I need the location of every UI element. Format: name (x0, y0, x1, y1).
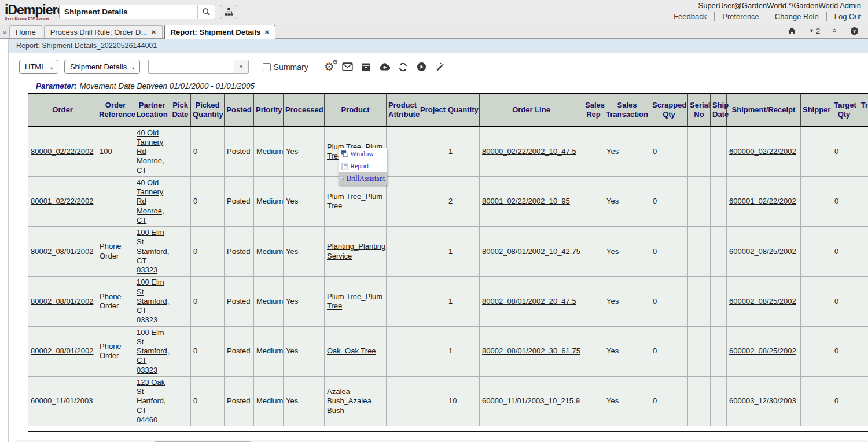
context-menu-item-report[interactable]: Report (339, 160, 387, 172)
cell-sales-transaction: Yes (604, 126, 650, 176)
cell-processed: Yes (284, 126, 325, 176)
partner-location-link[interactable]: 100 Elm St Stamford, CT 03323 (137, 228, 169, 274)
user-links: Feedback Preference Change Role Log Out (666, 12, 861, 21)
close-icon[interactable]: ✕ (264, 29, 269, 35)
cell-tracking (856, 126, 868, 176)
export-format-select[interactable]: HTML ⌄ (19, 60, 58, 74)
menu-tree-button[interactable] (220, 5, 237, 19)
partner-location-link[interactable]: 40 Old Tannery Rd Monroe, CT (137, 128, 164, 175)
cell-picked-quantity: 0 (191, 126, 225, 176)
magic-wand-icon (435, 62, 445, 72)
home-icon (788, 27, 796, 35)
product-link[interactable]: Plum Tree_Plum Tree (327, 292, 382, 310)
log-out-link[interactable]: Log Out (826, 12, 861, 21)
tab-overflow-icon[interactable]: » (0, 28, 9, 36)
collapse-header-button[interactable]: « (833, 26, 837, 35)
cell-project (418, 277, 446, 326)
order-link[interactable]: 80000_02/22/2002 (31, 147, 93, 156)
product-link[interactable]: Azalea Bush_Azalea Bush (327, 387, 372, 415)
cell-product: Planting_Planting Service (325, 227, 387, 277)
partner-location-link[interactable]: 123 Oak St Hartford, CT 04460 (137, 378, 166, 424)
context-menu-item-window[interactable]: Window (339, 148, 387, 160)
cell-priority: Medium (254, 227, 284, 277)
home-button[interactable] (788, 27, 796, 35)
product-link[interactable]: Oak_Oak Tree (327, 347, 376, 355)
tab-report-shipment-details[interactable]: Report: Shipment Details ✕ (164, 25, 276, 39)
cell-order-line: 80002_08/01/2002_10_42.75 (480, 227, 583, 277)
cell-processed: Yes (284, 326, 325, 376)
shipment-receipt-link[interactable]: 600000_02/22/2002 (729, 147, 796, 156)
combo-dropdown-button[interactable]: ▼ (234, 60, 249, 74)
shipment-receipt-link[interactable]: 600002_08/25/2002 (729, 347, 796, 355)
report-view-select[interactable]: Shipment Details ⌄ (64, 60, 140, 74)
run-report-button[interactable] (413, 59, 431, 75)
preference-link[interactable]: Preference (714, 12, 767, 21)
cell-scrapped-qty: 0 (650, 376, 688, 426)
col-header-order-line: Order Line (480, 94, 583, 126)
order-line-link[interactable]: 60000_11/01/2003_10_215.9 (482, 396, 580, 405)
cell-product: Oak_Oak Tree (325, 326, 387, 376)
order-line-link[interactable]: 80002_08/01/2002_30_61.75 (482, 347, 580, 355)
partner-location-link[interactable]: 40 Old Tannery Rd Monroe, CT (137, 178, 164, 224)
find-combo-input[interactable] (148, 60, 234, 74)
customize-report-button[interactable] (431, 59, 450, 75)
cell-shipper (801, 326, 832, 376)
summary-checkbox[interactable] (263, 63, 271, 71)
refresh-button[interactable] (394, 59, 413, 75)
export-button[interactable] (376, 59, 394, 75)
table-row: 80002_08/01/2002 Phone Order 100 Elm St … (28, 227, 868, 277)
cell-posted: Posted (225, 126, 254, 176)
cell-posted: Posted (225, 326, 254, 376)
cell-order: 60000_11/01/2003 (28, 376, 97, 426)
cell-shipment-receipt: 600002_08/25/2002 (727, 326, 801, 376)
shipment-receipt-link[interactable]: 600001_02/22/2002 (729, 197, 796, 205)
report-parameters-button[interactable]: ⚙⚙ (320, 59, 339, 75)
cell-ship-date (711, 227, 727, 277)
cell-target-qty: 0 (832, 176, 856, 226)
help-button[interactable]: ? (850, 27, 859, 35)
product-link[interactable]: Planting_Planting Service (327, 242, 385, 260)
order-link[interactable]: 60000_11/01/2003 (31, 396, 93, 405)
archive-button[interactable] (357, 59, 376, 75)
order-line-link[interactable]: 80001_02/22/2002_10_95 (482, 197, 570, 205)
order-line-link[interactable]: 80002_08/01/2002_20_47.5 (482, 297, 576, 305)
feedback-link[interactable]: Feedback (666, 12, 714, 21)
close-icon[interactable]: ✕ (151, 29, 156, 35)
cell-partner-location: 100 Elm St Stamford, CT 03323 (134, 227, 170, 277)
shipment-receipt-link[interactable]: 600002_08/25/2002 (729, 247, 796, 256)
order-link[interactable]: 80002_08/01/2002 (31, 347, 93, 355)
cell-project (418, 227, 446, 277)
partner-location-link[interactable]: 100 Elm St Stamford, CT 03323 (137, 328, 169, 374)
order-link[interactable]: 80002_08/01/2002 (31, 247, 93, 256)
order-line-link[interactable]: 80002_08/01/2002_10_42.75 (482, 247, 580, 256)
order-line-link[interactable]: 80000_02/22/2002_10_47.5 (482, 147, 576, 156)
shipment-receipt-link[interactable]: 600002_08/25/2002 (729, 297, 796, 305)
cell-sales-transaction: Yes (604, 326, 650, 376)
search-input[interactable] (60, 5, 197, 19)
window-list-dropdown[interactable]: ▼ 2 (809, 27, 820, 35)
tab-home[interactable]: Home (9, 25, 42, 38)
order-link[interactable]: 80002_08/01/2002 (31, 297, 93, 305)
table-row: 80000_02/22/2002 100 40 Old Tannery Rd M… (28, 126, 868, 176)
svg-text:?: ? (853, 28, 856, 34)
tab-process-drill-rule[interactable]: Process Drill Rule: Order D... ✕ (44, 25, 163, 38)
partner-location-link[interactable]: 100 Elm St Stamford, CT 03323 (137, 278, 169, 324)
send-mail-button[interactable] (339, 59, 357, 75)
idempiere-logo: iDempiere Open Source ERP System (5, 3, 56, 21)
product-link[interactable]: Plum Tree_Plum Tree (327, 192, 382, 210)
cell-sales-rep (583, 126, 604, 176)
cell-pick-date (170, 376, 191, 426)
cell-order-line: 80000_02/22/2002_10_47.5 (480, 126, 583, 176)
change-role-link[interactable]: Change Role (767, 12, 826, 21)
order-link[interactable]: 80001_02/22/2002 (31, 197, 93, 205)
cloud-upload-icon (379, 62, 391, 71)
shipment-receipt-link[interactable]: 600003_12/30/2003 (729, 396, 796, 405)
cell-picked-quantity: 0 (191, 176, 225, 226)
cell-order: 80002_08/01/2002 (28, 326, 97, 376)
context-menu-item-drillassistant[interactable]: DrillAssistant (339, 172, 387, 185)
search-button[interactable] (197, 5, 215, 19)
cell-pick-date (170, 326, 191, 376)
cell-partner-location: 123 Oak St Hartford, CT 04460 (134, 376, 170, 426)
cell-target-qty: 0 (832, 126, 856, 176)
cell-quantity: 1 (446, 227, 480, 277)
